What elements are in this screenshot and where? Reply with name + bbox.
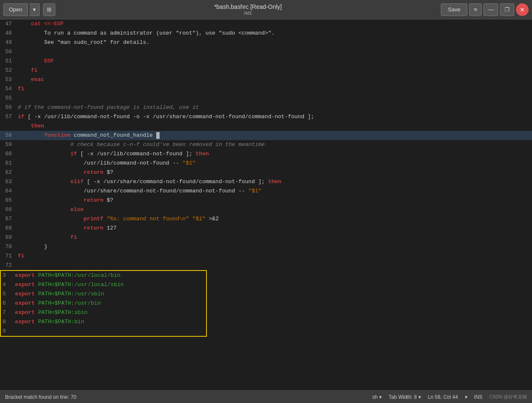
ins-mode-selector[interactable]: ▾ <box>465 394 467 400</box>
line-57: 57 if [ -x /usr/lib/command-not-found -o… <box>0 112 532 122</box>
line-51: 51 EOF <box>0 57 532 66</box>
ins-mode-dropdown-icon: ▾ <box>465 394 467 400</box>
menu-button[interactable]: ≡ <box>469 3 482 16</box>
line-55: 55 <box>0 94 532 103</box>
line-76: 6 export PATH=$PATH:/usr/bin <box>1 299 206 308</box>
save-button[interactable]: Save <box>441 3 468 16</box>
window-title: *bash.bashrc [Read-Only] <box>55 3 441 10</box>
line-52: 52 fi <box>0 66 532 75</box>
window-subtitle: /etc <box>55 10 441 16</box>
watermark-text: CSDN @好奇龙猫 <box>489 394 527 400</box>
line-79: 9 <box>1 327 206 336</box>
line-49: 49 See "man sudo_root" for details. <box>0 38 532 47</box>
statusbar-right: sh ▾ Tab Width: 8 ▾ Ln 58, Col 44 ▾ INS … <box>372 394 527 400</box>
line-62: 62 return $? <box>0 168 532 177</box>
line-54: 54 fi <box>0 84 532 94</box>
tab-width-dropdown-icon: ▾ <box>418 394 421 400</box>
open-dropdown-button[interactable]: ▾ <box>30 3 40 16</box>
line-53: 53 esac <box>0 75 532 84</box>
edit-mode-badge: INS <box>474 394 483 400</box>
statusbar-message: Bracket match found on line: 70 <box>5 394 369 400</box>
line-78: 8 export PATH=$PATH:bin <box>1 317 206 327</box>
line-50: 50 <box>0 47 532 57</box>
titlebar-right: Save ≡ — ❐ ✕ <box>441 3 529 16</box>
maximize-button[interactable]: ❐ <box>500 3 514 16</box>
line-72: 72 <box>0 261 532 270</box>
line-61: 61 /usr/lib/command-not-found -- "$1" <box>0 159 532 168</box>
line-58: 58 function command_not_found_handle <box>0 131 532 140</box>
line-70: 70 } <box>0 242 532 252</box>
line-75: 5 export PATH=$PATH:/usr/sbin <box>1 289 206 299</box>
minimize-button[interactable]: — <box>483 3 498 16</box>
cursor-position: Ln 58, Col 44 <box>428 394 458 400</box>
line-68: 68 return 127 <box>0 224 532 233</box>
line-67: 67 printf "%s: command not found\n" "$1"… <box>0 214 532 224</box>
line-48: 48 To run a command as administrator (us… <box>0 29 532 38</box>
line-60: 60 if [ -x /usr/lib/command-not-found ];… <box>0 149 532 159</box>
line-69: 69 fi <box>0 233 532 242</box>
titlebar: Open ▾ ⊞ *bash.bashrc [Read-Only] /etc S… <box>0 0 532 19</box>
language-label: sh <box>372 394 378 400</box>
position-indicator: Ln 58, Col 44 <box>428 394 458 400</box>
line-59: 59 # check because c-n-f could've been r… <box>0 140 532 149</box>
pin-button[interactable]: ⊞ <box>43 3 55 16</box>
language-dropdown-icon: ▾ <box>379 394 382 400</box>
line-71: 71 fi <box>0 252 532 261</box>
line-66: 66 else <box>0 205 532 214</box>
code-area[interactable]: 47 cat <<-EOF 48 To run a command as adm… <box>0 19 532 390</box>
titlebar-center: *bash.bashrc [Read-Only] /etc <box>55 3 441 16</box>
line-63: 63 elif [ -x /usr/share/command-not-foun… <box>0 177 532 187</box>
line-57b: then <box>0 122 532 131</box>
line-77: 7 export PATH=$PATH:sbin <box>1 308 206 317</box>
close-button[interactable]: ✕ <box>516 3 529 16</box>
code-lines: 47 cat <<-EOF 48 To run a command as adm… <box>0 19 532 390</box>
tab-width-selector[interactable]: Tab Width: 8 ▾ <box>388 394 421 400</box>
language-selector[interactable]: sh ▾ <box>372 394 382 400</box>
bracket-match-text: Bracket match found on line: 70 <box>5 394 76 400</box>
watermark: CSDN @好奇龙猫 <box>489 394 527 400</box>
line-65: 65 return $? <box>0 196 532 205</box>
line-47: 47 cat <<-EOF <box>0 19 532 29</box>
line-56: 56 # if the command-not-found package is… <box>0 103 532 112</box>
titlebar-left: Open ▾ ⊞ <box>3 3 55 16</box>
line-73: 3 export PATH=$PATH:/usr/local/bin <box>1 271 206 280</box>
tab-width-label: Tab Width: 8 <box>388 394 417 400</box>
yellow-box-group: 3 export PATH=$PATH:/usr/local/bin 4 exp… <box>0 270 207 337</box>
open-button[interactable]: Open <box>3 3 28 16</box>
line-74: 4 export PATH=$PATH:/usr/local/sbin <box>1 280 206 289</box>
editor: 47 cat <<-EOF 48 To run a command as adm… <box>0 19 532 390</box>
statusbar: Bracket match found on line: 70 sh ▾ Tab… <box>0 390 532 403</box>
line-64: 64 /usr/share/command-not-found/command-… <box>0 187 532 196</box>
mode-label: INS <box>474 394 483 400</box>
